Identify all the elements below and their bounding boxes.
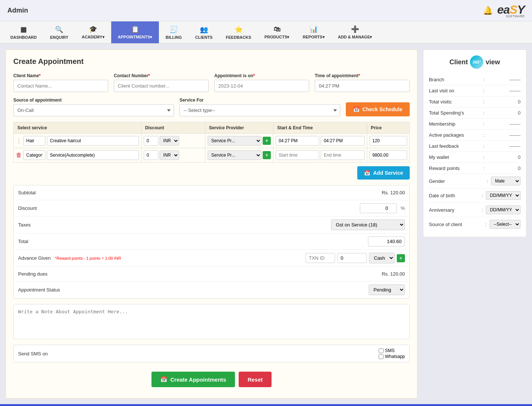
badge-360: 360° — [470, 55, 483, 69]
note-textarea[interactable] — [14, 304, 409, 338]
create-icon: 📅 — [160, 376, 167, 383]
anniversary-select[interactable]: DD/MM/YY — [486, 205, 521, 214]
clients-icon: 👥 — [200, 25, 208, 34]
nav-billing[interactable]: 🧾 BILLING — [159, 22, 188, 43]
client-field-feedback: Last feedback : ------- — [429, 141, 521, 152]
reports-icon: 📊 — [310, 25, 318, 33]
nav-feedbacks[interactable]: ⭐ FEEDBACKS — [219, 22, 258, 43]
service-row-2: 🗑 INR % — [14, 148, 410, 163]
nav-products[interactable]: 🛍 PRODUCTS▾ — [258, 22, 296, 43]
service-for-group: Service For -- Select type-- — [180, 98, 340, 116]
appointment-date-input[interactable] — [214, 80, 309, 92]
add-service-button[interactable]: 📅 Add Service — [357, 166, 410, 180]
nav-clients[interactable]: 👥 CLIENTS — [188, 22, 219, 43]
reset-button[interactable]: Reset — [239, 372, 272, 387]
form-area: Create Appointment Client Name* Contact … — [6, 50, 417, 399]
source-client-select[interactable]: --Select-- — [490, 220, 521, 229]
client-field-wallet: My wallet : 0 — [429, 152, 521, 163]
source-label: Source of appointment — [13, 98, 174, 103]
feedbacks-icon: ⭐ — [235, 25, 243, 34]
client360-title: Client 360° view — [429, 55, 521, 69]
nav-reports[interactable]: 📊 REPORTS▾ — [296, 21, 331, 43]
col-price: Price — [367, 122, 409, 134]
appointment-date-group: Appointment is on* — [214, 73, 309, 92]
time-label: Time of appointment* — [315, 73, 410, 78]
nav-appointments[interactable]: 📋 APPOINTMENTS▾ — [111, 21, 159, 43]
add-provider-btn-1[interactable]: + — [263, 137, 271, 145]
service-for-select[interactable]: -- Select type-- — [180, 104, 340, 116]
appointment-status-row: Appointment Status Pending Confirmed Can… — [14, 282, 409, 298]
taxes-select[interactable]: Gst on Service (18) No Tax — [331, 219, 405, 230]
provider-select-2[interactable]: Service Pr... — [208, 150, 262, 160]
nav-dashboard[interactable]: ▦ DASHBOARD — [4, 22, 44, 43]
add-manage-icon: ➕ — [351, 25, 359, 33]
start-time-2[interactable] — [276, 150, 319, 160]
appointments-icon: 📋 — [131, 25, 139, 33]
end-time-1[interactable] — [321, 136, 364, 146]
service-input-1[interactable] — [47, 136, 139, 146]
footer — [0, 404, 532, 406]
nav-enquiry[interactable]: 🔍 ENQUIRY — [44, 22, 75, 43]
check-schedule-button[interactable]: 📅 Check Schedule — [346, 102, 410, 116]
client-field-anniversary: Anniversary : DD/MM/YY — [429, 203, 521, 217]
client-name-input[interactable] — [13, 80, 108, 92]
total-row: Total — [14, 233, 409, 250]
total-input[interactable] — [368, 236, 405, 246]
service-for-label: Service For — [180, 98, 340, 103]
discount-input-1[interactable] — [144, 136, 158, 146]
end-time-2[interactable] — [321, 150, 364, 160]
payment-method-select[interactable]: Cash Card UPI — [369, 253, 395, 263]
price-1[interactable] — [369, 136, 407, 146]
calendar-icon: 📅 — [353, 106, 359, 112]
delete-row-2[interactable]: 🗑 — [16, 152, 22, 158]
logo: eaSY SOFTWARE — [497, 3, 525, 18]
source-select[interactable]: On-Call Walk-in Online — [13, 104, 174, 116]
provider-select-1[interactable]: Service Pr... — [208, 136, 262, 146]
price-2[interactable] — [369, 150, 407, 160]
nav-add-manage[interactable]: ➕ ADD & MANAGE▾ — [331, 21, 379, 43]
discount-total-input[interactable] — [360, 203, 397, 213]
dob-select[interactable]: DD/MM/YY — [486, 191, 521, 200]
create-appointments-button[interactable]: 📅 Create Appointments — [151, 372, 235, 387]
discount-input-2[interactable] — [144, 150, 158, 160]
category-input-1[interactable] — [23, 136, 45, 146]
discount-unit-2[interactable]: INR % — [160, 150, 179, 160]
time-input[interactable] — [315, 80, 410, 92]
sms-checkbox-label[interactable]: SMS — [379, 348, 405, 353]
contact-number-input[interactable] — [114, 80, 209, 92]
whatsapp-checkbox-label[interactable]: Whatsapp — [379, 354, 405, 359]
service-row-1: ⋮ INR % — [14, 134, 410, 148]
contact-number-label: Contact Number* — [114, 73, 209, 78]
add-service-row: 📅 Add Service — [13, 166, 410, 180]
start-time-1[interactable] — [276, 136, 319, 146]
advance-row: Advance Given *Reward points:- 1 points … — [14, 250, 409, 267]
txn-id-input[interactable] — [306, 253, 335, 263]
top-bar-right: 🔔 eaSY SOFTWARE — [483, 3, 525, 18]
drag-handle-1: ⋮ — [16, 137, 22, 144]
advance-amount-input[interactable] — [337, 253, 367, 263]
txn-group: Cash Card UPI + — [306, 253, 405, 263]
academy-icon: 🎓 — [89, 25, 97, 33]
add-provider-btn-2[interactable]: + — [263, 151, 271, 159]
discount-unit-1[interactable]: INR % — [160, 136, 179, 146]
gender-select[interactable]: Male Female Other — [491, 177, 521, 185]
service-input-2[interactable] — [47, 150, 139, 160]
nav-academy[interactable]: 🎓 ACADEMY▾ — [75, 21, 111, 43]
contact-number-group: Contact Number* — [114, 73, 209, 92]
form-row-2: Source of appointment On-Call Walk-in On… — [13, 98, 410, 116]
whatsapp-checkbox[interactable] — [379, 354, 383, 359]
sms-checkboxes: SMS Whatsapp — [379, 348, 405, 359]
add-payment-btn[interactable]: + — [397, 254, 405, 262]
appointment-status-select[interactable]: Pending Confirmed Cancelled — [369, 284, 405, 295]
client-field-packages: Active packages : ------- — [429, 130, 521, 141]
client-field-source: Source of client : --Select-- — [429, 217, 521, 231]
main-nav: ▦ DASHBOARD 🔍 ENQUIRY 🎓 ACADEMY▾ 📋 APPOI… — [0, 21, 532, 44]
note-section — [13, 304, 410, 339]
sms-checkbox[interactable] — [379, 348, 383, 353]
billing-icon: 🧾 — [170, 25, 178, 34]
category-input-2[interactable] — [23, 150, 45, 160]
check-schedule-group: 📅 Check Schedule — [346, 98, 410, 116]
client-field-total-visits: Total visits: : 0 — [429, 96, 521, 108]
client-field-reward: Reward points : 0 — [429, 163, 521, 174]
admin-label: Admin — [7, 7, 28, 14]
